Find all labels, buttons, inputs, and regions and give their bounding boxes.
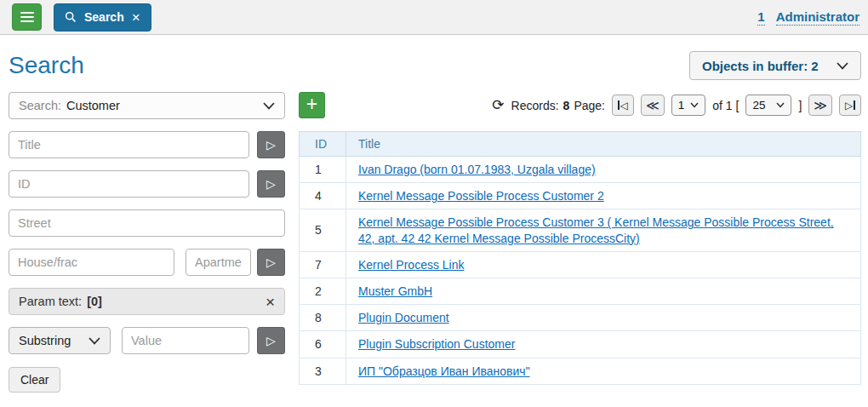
page-label: Page:	[574, 99, 605, 112]
row-title-link[interactable]: Plugin Subscription Customer	[358, 337, 515, 351]
results-body: 1 Ivan Drago (born 01.07.1983, Uzgala vi…	[300, 157, 861, 385]
param-value-input[interactable]	[122, 327, 249, 354]
table-row: 2 Muster GmbH	[300, 278, 861, 304]
buffer-count: 2	[811, 59, 818, 73]
previous-page-icon: ≪	[646, 99, 660, 112]
play-icon: ▷	[266, 334, 276, 347]
tab-label: Search	[84, 10, 124, 24]
page-title: Search	[9, 53, 84, 79]
chevron-down-icon	[89, 337, 100, 345]
records-count: 8	[563, 99, 570, 112]
param-close-icon[interactable]: ×	[266, 294, 275, 310]
row-id: 5	[300, 209, 346, 251]
tab-search[interactable]: Search ×	[54, 3, 151, 32]
search-type-select[interactable]: Search: Customer	[9, 92, 285, 119]
table-row: 1 Ivan Drago (born 01.07.1983, Uzgala vi…	[300, 157, 861, 183]
run-address-search-button[interactable]: ▷	[257, 249, 285, 276]
next-page-button[interactable]: ≫	[808, 95, 832, 116]
per-page-select[interactable]: 25	[745, 95, 791, 116]
search-form: Search: Customer ▷ ▷ ▷ Param text	[9, 92, 285, 393]
street-search-input[interactable]	[9, 209, 285, 237]
hamburger-icon	[20, 9, 34, 25]
match-mode-select[interactable]: Substring	[9, 327, 111, 354]
records-label: Records:	[511, 99, 559, 112]
first-page-button[interactable]: ◁	[612, 95, 634, 116]
row-title-link[interactable]: ИП "Образцов Иван Иванович"	[358, 364, 530, 378]
row-title-link[interactable]: Kernel Message Possible Process Customer…	[358, 189, 604, 203]
user-name-link[interactable]: Administrator	[776, 9, 859, 26]
match-mode-value: Substring	[19, 334, 71, 347]
row-id: 6	[300, 331, 346, 358]
table-row: 7 Kernel Process Link	[300, 251, 861, 278]
run-id-search-button[interactable]: ▷	[257, 170, 285, 198]
tab-close-icon[interactable]: ×	[132, 10, 140, 25]
house-search-input[interactable]	[9, 249, 174, 276]
results-panel: + ⟳ Records: 8 Page: ◁ ≪ 1 of 1 [	[299, 92, 861, 385]
page-number-value: 1	[678, 99, 685, 112]
row-title-link[interactable]: Plugin Document	[358, 311, 449, 324]
last-page-button[interactable]: ▷	[839, 95, 861, 116]
row-title-link[interactable]: Ivan Drago (born 01.07.1983, Uzgala vill…	[358, 163, 596, 176]
left-triangle-icon: ◁	[620, 100, 628, 112]
column-header-title[interactable]: Title	[346, 132, 861, 157]
param-text-label: Param text:	[19, 295, 82, 308]
chevron-down-icon	[690, 102, 699, 108]
right-triangle-icon: ▷	[845, 100, 853, 112]
first-page-icon	[618, 100, 620, 110]
next-page-icon: ≫	[814, 99, 827, 112]
title-search-input[interactable]	[9, 131, 249, 158]
page-header: Search Objects in buffer: 2	[0, 35, 868, 92]
pagination: ⟳ Records: 8 Page: ◁ ≪ 1 of 1 [	[492, 95, 861, 116]
table-row: 5 Kernel Message Possible Process Custom…	[300, 209, 861, 251]
row-id: 7	[300, 251, 346, 278]
play-icon: ▷	[266, 138, 276, 152]
play-icon: ▷	[266, 255, 276, 269]
buffer-label: Objects in buffer:	[702, 59, 808, 73]
top-bar: Search × 1 Administrator	[0, 0, 868, 35]
column-header-id[interactable]: ID	[300, 132, 346, 157]
previous-page-button[interactable]: ≪	[641, 95, 665, 116]
clear-button[interactable]: Clear	[9, 367, 60, 393]
play-icon: ▷	[266, 177, 276, 191]
row-title-link[interactable]: Kernel Process Link	[358, 258, 465, 272]
row-title-link[interactable]: Kernel Message Possible Process Customer…	[358, 215, 834, 244]
search-type-value: Customer	[66, 99, 120, 112]
buffer-dropdown[interactable]: Objects in buffer: 2	[689, 51, 861, 80]
row-id: 3	[300, 358, 346, 384]
plus-icon: +	[306, 95, 317, 114]
session-count-link[interactable]: 1	[757, 9, 764, 26]
per-page-value: 25	[752, 99, 765, 112]
search-icon	[65, 11, 77, 23]
param-text-bar: Param text: [0] ×	[9, 288, 285, 315]
run-param-search-button[interactable]: ▷	[257, 327, 285, 354]
bracket-close-text: ]	[798, 99, 802, 112]
records-summary: Records: 8 Page:	[511, 99, 605, 112]
param-count: [0]	[87, 295, 102, 308]
menu-button[interactable]	[12, 3, 42, 31]
user-area: 1 Administrator	[757, 9, 859, 26]
table-header-row: ID Title	[300, 132, 861, 157]
add-record-button[interactable]: +	[299, 92, 325, 118]
table-row: 8 Plugin Document	[300, 305, 861, 331]
chevron-down-icon	[837, 62, 848, 70]
chevron-down-icon	[776, 102, 785, 108]
table-row: 3 ИП "Образцов Иван Иванович"	[300, 358, 861, 384]
row-id: 1	[300, 157, 346, 183]
table-row: 4 Kernel Message Possible Process Custom…	[300, 183, 861, 209]
refresh-icon[interactable]: ⟳	[492, 98, 504, 112]
chevron-down-icon	[263, 102, 275, 110]
row-id: 8	[300, 305, 346, 331]
run-title-search-button[interactable]: ▷	[257, 131, 285, 158]
row-id: 4	[300, 183, 346, 209]
last-page-icon	[854, 100, 855, 110]
results-table: ID Title 1 Ivan Drago (born 01.07.1983, …	[299, 131, 861, 385]
page-number-select[interactable]: 1	[671, 95, 706, 116]
table-row: 6 Plugin Subscription Customer	[300, 331, 861, 358]
total-pages-text: of 1 [	[712, 99, 739, 112]
row-id: 2	[300, 278, 346, 304]
apartment-search-input[interactable]	[186, 249, 251, 276]
id-search-input[interactable]	[9, 170, 249, 198]
results-toolbar: + ⟳ Records: 8 Page: ◁ ≪ 1 of 1 [	[299, 92, 861, 118]
search-type-label: Search:	[19, 99, 61, 112]
row-title-link[interactable]: Muster GmbH	[358, 284, 432, 298]
